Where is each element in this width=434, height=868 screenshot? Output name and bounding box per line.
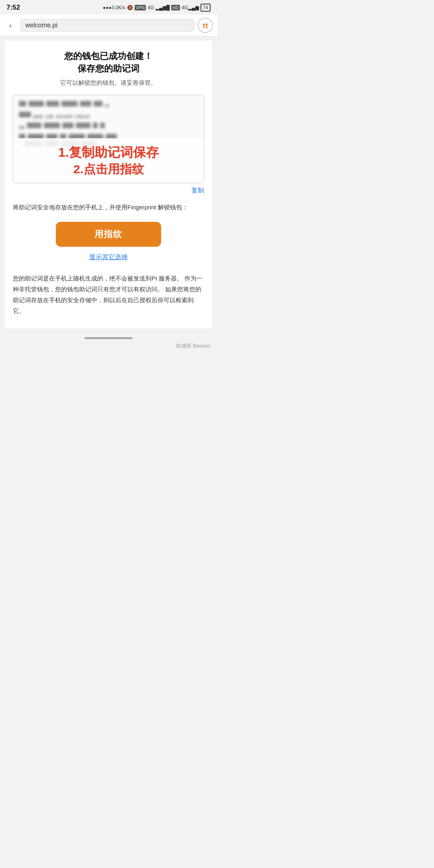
pi-icon: π bbox=[202, 21, 208, 30]
page-subtitle: 它可以解锁您的钱包。请妥善保管。 bbox=[13, 79, 204, 87]
home-indicator bbox=[84, 337, 133, 339]
status-bar: 7:52 ●●●3.0K/s 🔕 VPN 4G ▂▄▆█ HD 4G▂▄▆ 74 bbox=[0, 0, 217, 14]
pi-logo-button[interactable]: π bbox=[198, 18, 213, 33]
mnemonic-box: er pink call smooth robust de bbox=[13, 95, 204, 183]
overlay-instruction-2: 2.点击用指纹 bbox=[17, 162, 200, 176]
show-other-link[interactable]: 显示其它选择 bbox=[13, 253, 204, 262]
network-speed: ●●●3.0K/s bbox=[103, 5, 125, 10]
status-time: 7:52 bbox=[6, 4, 20, 12]
browser-bar: ‹ π bbox=[0, 14, 217, 37]
url-bar[interactable] bbox=[20, 19, 194, 32]
vpn-badge: VPN bbox=[135, 5, 146, 10]
overlay-instruction-1: 1.复制助记词保存 bbox=[17, 145, 200, 160]
back-icon: ‹ bbox=[9, 21, 12, 30]
fingerprint-button[interactable]: 用指纹 bbox=[56, 222, 161, 247]
description-text: 将助记词安全地存放在您的手机上，并使用Fingerprint 解锁钱包： bbox=[13, 202, 204, 213]
page-title: 您的钱包已成功创建！ 保存您的助记词 bbox=[13, 50, 204, 75]
info-text: 您的助记词是在手机上随机生成的，绝不会被发送到Pi 服务器。 作为一种非托管钱包… bbox=[13, 273, 204, 316]
hd-badge: HD bbox=[171, 5, 180, 10]
battery-level: 74 bbox=[203, 5, 208, 10]
back-button[interactable]: ‹ bbox=[4, 19, 17, 32]
signal-bars-2: 4G▂▄▆ bbox=[182, 5, 199, 10]
copy-link[interactable]: 复制 bbox=[13, 186, 204, 195]
watermark: 攻城师 Benson bbox=[0, 342, 217, 353]
mnemonic-overlay: 1.复制助记词保存 2.点击用指纹 bbox=[13, 138, 204, 182]
signal-4g: 4G bbox=[147, 5, 154, 10]
status-right: ●●●3.0K/s 🔕 VPN 4G ▂▄▆█ HD 4G▂▄▆ 74 bbox=[103, 4, 211, 12]
signal-bars: ▂▄▆█ bbox=[156, 5, 170, 10]
page-content: 您的钱包已成功创建！ 保存您的助记词 它可以解锁您的钱包。请妥善保管。 er p… bbox=[5, 41, 212, 328]
battery-icon: 74 bbox=[201, 4, 211, 12]
mute-icon: 🔕 bbox=[127, 5, 133, 10]
bottom-bar bbox=[0, 332, 217, 342]
